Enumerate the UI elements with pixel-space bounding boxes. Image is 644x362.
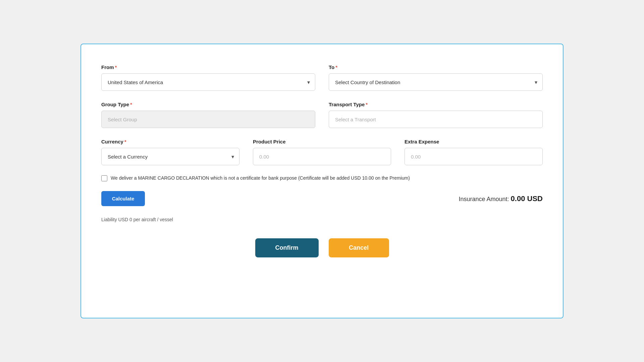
- to-group: To* Select Country of Destination ▾: [329, 64, 543, 91]
- liability-text: Liability USD 0 per aircraft / vessel: [101, 217, 543, 222]
- from-select-wrapper: United States of America ▾: [101, 73, 315, 91]
- to-select[interactable]: Select Country of Destination: [329, 73, 543, 91]
- currency-label: Currency*: [101, 139, 239, 144]
- currency-select[interactable]: Select a Currency: [101, 148, 239, 165]
- from-label: From*: [101, 64, 315, 70]
- from-group: From* United States of America ▾: [101, 64, 315, 91]
- currency-select-wrapper: Select a Currency ▾: [101, 148, 239, 165]
- marine-cargo-checkbox[interactable]: [101, 175, 107, 181]
- from-select[interactable]: United States of America: [101, 73, 315, 91]
- product-price-label: Product Price: [253, 139, 391, 144]
- group-transport-row: Group Type* Transport Type*: [101, 102, 543, 128]
- currency-group: Currency* Select a Currency ▾: [101, 139, 239, 165]
- group-type-input[interactable]: [101, 111, 315, 128]
- calculate-button[interactable]: Calculate: [101, 191, 145, 206]
- group-type-group: Group Type*: [101, 102, 315, 128]
- to-select-wrapper: Select Country of Destination ▾: [329, 73, 543, 91]
- checkbox-row: We deliver a MARINE CARGO DECLARATION wh…: [101, 175, 543, 182]
- calculate-insurance-row: Calculate Insurance Amount: 0.00 USD: [101, 191, 543, 206]
- currency-price-row: Currency* Select a Currency ▾ Product Pr…: [101, 139, 543, 165]
- transport-type-input[interactable]: [329, 111, 543, 128]
- transport-type-label: Transport Type*: [329, 102, 543, 107]
- form-container: From* United States of America ▾ To* Sel…: [80, 44, 564, 318]
- extra-expense-group: Extra Expense: [405, 139, 543, 165]
- action-buttons-row: Confirm Cancel: [101, 238, 543, 257]
- insurance-amount-value: 0.00 USD: [511, 194, 543, 203]
- marine-cargo-label: We deliver a MARINE CARGO DECLARATION wh…: [111, 175, 410, 182]
- group-type-label: Group Type*: [101, 102, 315, 107]
- extra-expense-input[interactable]: [405, 148, 543, 165]
- to-label: To*: [329, 64, 543, 70]
- product-price-input[interactable]: [253, 148, 391, 165]
- from-to-row: From* United States of America ▾ To* Sel…: [101, 64, 543, 91]
- insurance-amount-display: Insurance Amount: 0.00 USD: [459, 194, 543, 203]
- extra-expense-label: Extra Expense: [405, 139, 543, 144]
- confirm-button[interactable]: Confirm: [255, 238, 319, 257]
- transport-type-group: Transport Type*: [329, 102, 543, 128]
- product-price-group: Product Price: [253, 139, 391, 165]
- insurance-amount-label: Insurance Amount:: [459, 196, 509, 202]
- cancel-button[interactable]: Cancel: [329, 238, 389, 257]
